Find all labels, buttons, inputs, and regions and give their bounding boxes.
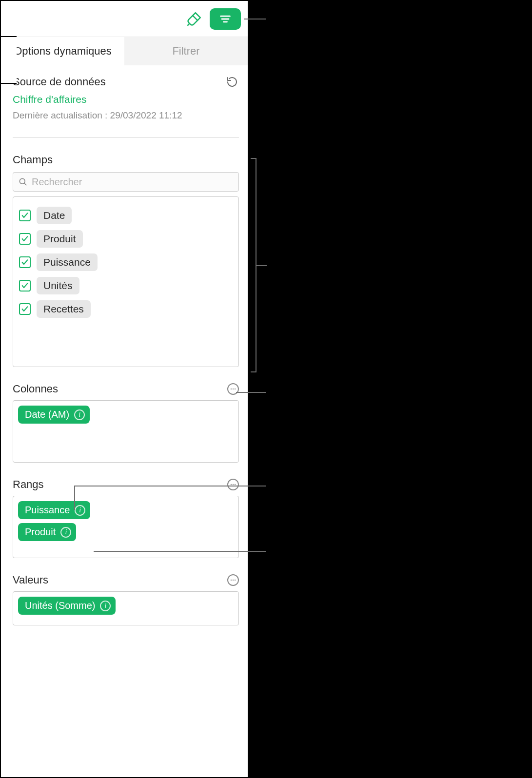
datasource-link[interactable]: Chiffre d'affaires xyxy=(13,94,239,105)
value-chip-unites[interactable]: Unités (Somme) i xyxy=(18,597,116,615)
field-chip-date[interactable]: Date xyxy=(37,207,72,224)
field-checkbox[interactable] xyxy=(19,256,31,268)
tab-options-dynamiques[interactable]: Options dynamiques xyxy=(1,37,124,65)
search-icon xyxy=(18,177,28,187)
columns-zone[interactable]: Date (AM) i xyxy=(13,400,239,463)
inspector-panel: Options dynamiques Filtrer Source de don… xyxy=(0,0,249,778)
svg-point-7 xyxy=(235,389,236,389)
pivot-options-button[interactable] xyxy=(210,8,241,30)
values-more-button[interactable] xyxy=(227,574,239,586)
svg-point-6 xyxy=(233,389,234,389)
svg-point-11 xyxy=(231,580,232,581)
svg-line-4 xyxy=(24,183,26,185)
row-chip-produit[interactable]: Produit i xyxy=(18,523,76,541)
columns-title: Colonnes xyxy=(13,383,58,395)
rows-title: Rangs xyxy=(13,478,44,491)
field-checkbox[interactable] xyxy=(19,303,31,315)
format-brush-button[interactable] xyxy=(183,8,205,30)
svg-point-12 xyxy=(233,580,234,581)
row-chip-puissance[interactable]: Puissance i xyxy=(18,501,90,519)
columns-more-button[interactable] xyxy=(227,383,239,395)
tab-filtrer[interactable]: Filtrer xyxy=(124,37,248,65)
fields-search[interactable] xyxy=(13,172,239,192)
chip-info-icon[interactable]: i xyxy=(74,409,85,420)
column-chip-date[interactable]: Date (AM) i xyxy=(18,406,90,424)
tab-bar: Options dynamiques Filtrer xyxy=(1,37,248,65)
datasource-title: Source de données xyxy=(13,76,106,88)
fields-title: Champs xyxy=(13,154,53,166)
datasource-updated: Dernière actualisation : 29/03/2022 11:1… xyxy=(13,110,239,121)
chip-label: Produit xyxy=(25,526,56,538)
divider xyxy=(13,137,239,138)
field-checkbox[interactable] xyxy=(19,210,31,221)
refresh-button[interactable] xyxy=(225,75,239,89)
callout-line xyxy=(74,486,75,510)
rows-more-button[interactable] xyxy=(227,479,239,490)
svg-point-13 xyxy=(235,580,236,581)
field-row: Produit xyxy=(19,227,233,251)
rows-zone[interactable]: Puissance i Produit i xyxy=(13,496,239,558)
svg-point-10 xyxy=(235,484,236,485)
field-chip-unites[interactable]: Unités xyxy=(37,277,79,294)
values-zone[interactable]: Unités (Somme) i xyxy=(13,591,239,625)
svg-point-5 xyxy=(231,389,232,389)
fields-list: Date Produit Puissance Unités Recettes xyxy=(13,196,239,367)
field-row: Date xyxy=(19,204,233,227)
field-checkbox[interactable] xyxy=(19,233,31,245)
callout-line xyxy=(94,551,266,552)
fields-search-input[interactable] xyxy=(32,176,234,188)
chip-label: Puissance xyxy=(25,505,70,516)
field-chip-puissance[interactable]: Puissance xyxy=(37,253,98,271)
chip-info-icon[interactable]: i xyxy=(100,601,111,611)
callout-line xyxy=(74,486,266,486)
callout-line xyxy=(236,392,266,393)
chip-info-icon[interactable]: i xyxy=(60,527,71,538)
svg-point-9 xyxy=(233,484,234,485)
chip-label: Date (AM) xyxy=(25,409,69,420)
svg-point-8 xyxy=(231,484,232,485)
field-row: Recettes xyxy=(19,297,233,321)
callout-line xyxy=(244,19,266,19)
callout-line xyxy=(256,265,267,266)
top-toolbar xyxy=(1,1,248,37)
values-title: Valeurs xyxy=(13,574,48,586)
field-chip-produit[interactable]: Produit xyxy=(37,230,83,248)
chip-label: Unités (Somme) xyxy=(25,600,95,611)
field-row: Puissance xyxy=(19,251,233,274)
field-chip-recettes[interactable]: Recettes xyxy=(37,300,91,318)
left-strip xyxy=(0,36,17,84)
chip-info-icon[interactable]: i xyxy=(75,505,85,516)
field-row: Unités xyxy=(19,274,233,297)
field-checkbox[interactable] xyxy=(19,280,31,292)
